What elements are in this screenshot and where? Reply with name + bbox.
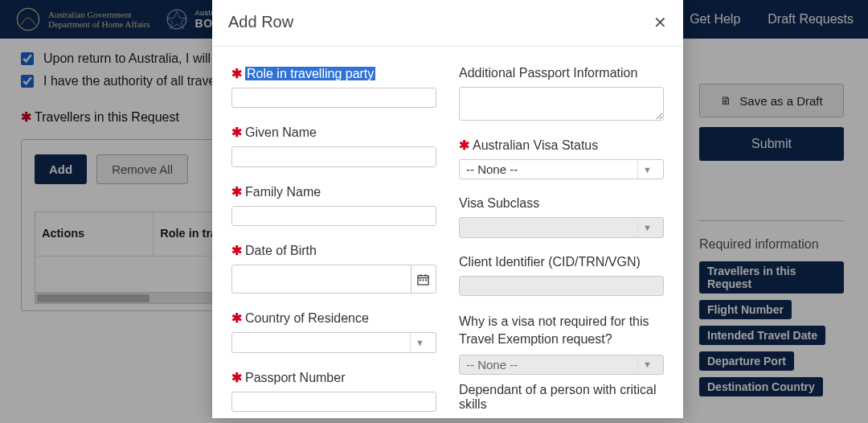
label-role: ✱Role in travelling party (231, 66, 436, 81)
input-given-name[interactable] (231, 146, 436, 166)
label-family-name: ✱Family Name (231, 184, 436, 199)
input-family-name[interactable] (231, 206, 436, 226)
label-country: ✱Country of Residence (231, 310, 436, 326)
select-visa-status[interactable]: -- None -- ▼ (459, 159, 664, 179)
required-star-icon: ✱ (231, 244, 242, 257)
label-visa-status: ✱Australian Visa Status (459, 138, 664, 153)
label-dependant: Dependant of a person with critical skil… (459, 383, 664, 412)
add-row-modal: Add Row ✕ ✱Role in travelling party ✱Giv… (212, 0, 683, 418)
chevron-down-icon: ▼ (637, 160, 657, 179)
modal-left-column: ✱Role in travelling party ✱Given Name ✱F… (231, 64, 436, 412)
input-passport[interactable] (231, 392, 436, 412)
required-star-icon: ✱ (231, 185, 242, 199)
required-star-icon: ✱ (459, 138, 469, 152)
calendar-icon[interactable] (411, 265, 436, 294)
input-role[interactable] (231, 88, 436, 108)
chevron-down-icon: ▼ (637, 355, 657, 374)
chevron-down-icon: ▼ (637, 218, 657, 236)
required-star-icon: ✱ (231, 125, 242, 139)
modal-header: Add Row ✕ (212, 0, 683, 47)
modal-title: Add Row (228, 13, 293, 31)
select-country[interactable]: ▼ (231, 332, 436, 352)
select-visa-subclass: ▼ (459, 217, 664, 237)
required-star-icon: ✱ (231, 311, 242, 325)
label-client-id: Client Identifier (CID/TRN/VGN) (459, 255, 664, 269)
svg-rect-9 (426, 279, 428, 281)
label-passport: ✱Passport Number (231, 370, 436, 385)
input-dob[interactable] (231, 265, 411, 294)
chevron-down-icon: ▼ (410, 333, 429, 351)
label-why-no-visa: Why is a visa not required for this Trav… (459, 313, 664, 347)
input-addl-passport[interactable] (459, 87, 664, 121)
label-given-name: ✱Given Name (231, 125, 436, 140)
label-visa-subclass: Visa Subclass (459, 196, 664, 211)
svg-rect-8 (423, 279, 424, 281)
label-dob: ✱Date of Birth (231, 243, 436, 258)
svg-rect-7 (420, 279, 421, 281)
select-why-no-visa: -- None -- ▼ (459, 355, 664, 375)
close-icon[interactable]: ✕ (653, 14, 667, 31)
label-addl-passport: Additional Passport Information (459, 66, 664, 80)
required-star-icon: ✱ (231, 67, 242, 80)
modal-right-column: Additional Passport Information ✱Austral… (459, 64, 664, 412)
input-client-id (459, 276, 664, 296)
required-star-icon: ✱ (231, 371, 242, 384)
